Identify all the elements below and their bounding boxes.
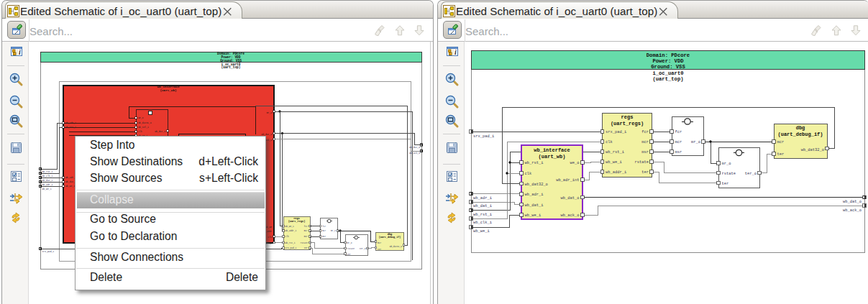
svg-text:wb_rst_i: wb_rst_i <box>65 126 76 129</box>
svg-text:wb_rst_i: wb_rst_i <box>525 161 544 165</box>
svg-text:Domain: PDcore: Domain: PDcore <box>647 52 690 58</box>
svg-text:wb_rst_i: wb_rst_i <box>285 241 296 244</box>
svg-text:Power: VDD: Power: VDD <box>652 58 684 64</box>
svg-text:msr: msr <box>675 150 682 155</box>
svg-text:ter_o: ter_o <box>745 172 757 176</box>
svg-text:Ground: VSS: Ground: VSS <box>220 59 242 63</box>
svg-text:(uart_regs): (uart_regs) <box>288 220 306 223</box>
svg-text:clk: clk <box>525 172 532 176</box>
svg-text:fcr: fcr <box>304 225 308 228</box>
svg-text:mr_o: mr_o <box>691 140 700 144</box>
svg-text:wb_dat32_o: wb_dat32_o <box>801 148 824 152</box>
svg-text:clk: clk <box>138 130 142 133</box>
svg-text:we_o: we_o <box>138 116 144 119</box>
svg-text:(uart_wb): (uart_wb) <box>160 88 176 92</box>
svg-text:wb_ack_o: wb_ack_o <box>843 208 862 213</box>
svg-text:wb_adr_i: wb_adr_i <box>42 183 53 186</box>
svg-text:wb_dat32_o: wb_dat32_o <box>138 121 152 124</box>
svg-text:wb_adr_int: wb_adr_int <box>556 178 579 183</box>
svg-text:ter: ter <box>777 152 785 157</box>
svg-text:wb_we_i: wb_we_i <box>285 225 294 228</box>
svg-text:wb_dat_i: wb_dat_i <box>473 204 492 208</box>
svg-text:wb_we_i: wb_we_i <box>42 188 52 190</box>
svg-text:clk: clk <box>268 236 273 239</box>
svg-text:(uart_debug_if): (uart_debug_if) <box>777 132 823 137</box>
svg-text:rstate: rstate <box>347 248 355 250</box>
svg-text:mcr: mcr <box>675 140 682 144</box>
svg-text:wb_clk_i: wb_clk_i <box>42 175 53 178</box>
svg-text:wb_dat_o: wb_dat_o <box>843 200 862 204</box>
svg-text:wb_adr_i: wb_adr_i <box>65 121 76 124</box>
svg-text:wb_rst_i: wb_rst_i <box>606 150 624 155</box>
svg-text:srx_pad_i: srx_pad_i <box>42 250 55 253</box>
svg-text:wb_addr_i: wb_addr_i <box>606 170 626 175</box>
svg-text:mcr: mcr <box>777 140 785 144</box>
svg-text:wb_dat_o: wb_dat_o <box>155 130 165 133</box>
svg-text:wb_we_i: wb_we_i <box>606 160 622 165</box>
svg-text:i_oc_uart0: i_oc_uart0 <box>652 70 683 76</box>
svg-text:wb_adr_i: wb_adr_i <box>525 193 544 197</box>
svg-text:(uart_top): (uart_top) <box>652 76 683 82</box>
svg-text:wb_dat_o: wb_dat_o <box>409 146 420 149</box>
svg-text:wb_addr_i: wb_addr_i <box>285 229 297 232</box>
svg-text:wb_adr_i: wb_adr_i <box>473 196 492 201</box>
svg-text:wb_interface: wb_interface <box>534 147 570 153</box>
svg-text:(uart_regs): (uart_regs) <box>611 121 644 126</box>
svg-text:Ground: VSS: Ground: VSS <box>651 64 685 70</box>
svg-text:regs: regs <box>621 114 634 120</box>
svg-text:wb_dat_i: wb_dat_i <box>525 203 544 208</box>
svg-text:wb_dat32_o: wb_dat32_o <box>525 183 548 187</box>
svg-text:mr_o: mr_o <box>267 112 272 114</box>
svg-text:mr_o: mr_o <box>347 242 352 244</box>
svg-text:dbg: dbg <box>388 233 392 236</box>
svg-text:ter: ter <box>378 249 381 251</box>
svg-text:msr: msr <box>322 236 326 238</box>
svg-text:mcr: mcr <box>322 230 326 232</box>
svg-text:Domain: PDcore: Domain: PDcore <box>217 52 245 55</box>
svg-text:wb_clk_i: wb_clk_i <box>473 221 492 225</box>
svg-text:ter: ter <box>722 182 729 186</box>
svg-text:msr: msr <box>641 150 649 155</box>
svg-text:wb_we_i: wb_we_i <box>525 213 542 218</box>
svg-text:fcr: fcr <box>641 130 649 134</box>
svg-text:fcr: fcr <box>322 225 326 228</box>
svg-text:ter_o: ter_o <box>360 248 366 250</box>
svg-text:Power: VDD: Power: VDD <box>221 55 240 59</box>
svg-text:mcr: mcr <box>641 140 649 144</box>
svg-text:srx_pad_i: srx_pad_i <box>473 134 494 139</box>
svg-text:dbg: dbg <box>796 125 805 131</box>
svg-text:mcr: mcr <box>378 242 381 244</box>
svg-text:mcr: mcr <box>304 230 308 232</box>
svg-text:regs: regs <box>293 217 300 220</box>
svg-text:wb_sel_i: wb_sel_i <box>138 126 149 129</box>
svg-text:srx_pad_i: srx_pad_i <box>606 130 626 134</box>
svg-text:(uart_top): (uart_top) <box>221 65 240 69</box>
svg-text:mr_o: mr_o <box>331 230 336 232</box>
svg-text:ter: ter <box>347 254 351 256</box>
svg-text:wb_dat_o: wb_dat_o <box>561 196 580 201</box>
svg-text:clk: clk <box>285 235 289 238</box>
svg-text:fcr: fcr <box>675 130 682 134</box>
svg-text:wb_dat_i: wb_dat_i <box>42 179 53 182</box>
svg-text:clk: clk <box>606 140 613 144</box>
svg-text:wb_we_i: wb_we_i <box>473 229 490 234</box>
svg-text:wb_rst_i: wb_rst_i <box>473 213 492 217</box>
svg-text:wb_ack_o: wb_ack_o <box>561 213 580 218</box>
svg-text:rstate: rstate <box>301 242 309 244</box>
svg-text:wb_dat32_o: wb_dat32_o <box>390 245 403 248</box>
svg-text:(uart_wb): (uart_wb) <box>539 154 566 160</box>
svg-text:(uart_debug_if): (uart_debug_if) <box>379 236 401 239</box>
svg-text:mr_o: mr_o <box>722 162 731 166</box>
svg-text:wb_ack_o: wb_ack_o <box>409 152 420 155</box>
svg-text:rstate: rstate <box>722 172 736 176</box>
svg-text:srx_pad_i: srx_pad_i <box>285 247 297 249</box>
svg-text:i_oc_uart0: i_oc_uart0 <box>221 63 240 66</box>
svg-text:wb_we: wb_we <box>265 226 272 229</box>
svg-text:wb_interface: wb_interface <box>157 85 180 88</box>
svg-text:rstate: rstate <box>635 160 649 165</box>
svg-text:ter: ter <box>641 170 649 175</box>
svg-text:wb_we_i: wb_we_i <box>65 185 75 188</box>
svg-text:ter: ter <box>304 247 308 249</box>
svg-text:msr: msr <box>304 236 308 238</box>
svg-text:we_o: we_o <box>570 161 580 165</box>
